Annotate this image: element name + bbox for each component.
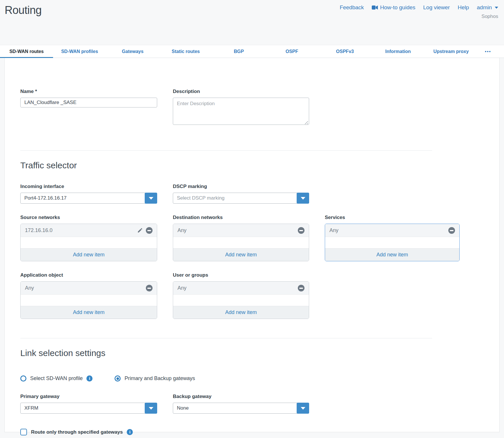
list-item: Any (173, 282, 309, 295)
empty-list-area (173, 237, 309, 248)
destination-networks-box: Any Add new item (173, 224, 309, 261)
chevron-down-icon (149, 407, 153, 410)
incoming-interface-select[interactable]: Port4-172.16.16.17 (20, 193, 157, 204)
description-label: Description (173, 89, 309, 94)
tab-sd-wan-profiles[interactable]: SD-WAN profiles (53, 45, 106, 58)
radio-select-sd-wan-profile[interactable]: Select SD-WAN profile i (20, 375, 93, 382)
tab-information[interactable]: Information (371, 45, 425, 58)
dscp-marking-group: DSCP marking Select DSCP marking (173, 184, 309, 204)
application-object-box: Any Add new item (20, 281, 157, 319)
page-header: Routing Feedback How-to guides Log viewe… (0, 0, 504, 45)
tab-ospfv3[interactable]: OSPFv3 (318, 45, 371, 58)
item-label: Any (25, 285, 146, 291)
services-label: Services (325, 215, 460, 220)
tab-more[interactable]: ••• (478, 45, 498, 58)
incoming-interface-label: Incoming interface (20, 184, 157, 189)
remove-item-icon[interactable] (448, 227, 455, 234)
dscp-marking-select[interactable]: Select DSCP marking (173, 193, 309, 204)
description-field-group: Description (173, 89, 309, 126)
dscp-marking-placeholder: Select DSCP marking (173, 193, 298, 204)
header-links: Feedback How-to guides Log viewer Help a… (340, 4, 498, 11)
remove-item-icon[interactable] (298, 227, 304, 234)
tab-sd-wan-routes[interactable]: SD-WAN routes (0, 45, 53, 58)
dropdown-button[interactable] (145, 403, 157, 414)
source-networks-group: Source networks 172.16.16.0 Add new item (20, 215, 157, 261)
add-new-item-button[interactable]: Add new item (325, 248, 459, 261)
log-viewer-link[interactable]: Log viewer (423, 4, 450, 11)
source-networks-box: 172.16.16.0 Add new item (20, 224, 157, 261)
services-group: Services Any Add new item (325, 215, 460, 261)
services-box: Any Add new item (325, 224, 460, 261)
empty-list-area (173, 295, 309, 306)
required-mark: * (35, 89, 37, 94)
remove-item-icon[interactable] (146, 285, 153, 291)
source-networks-label: Source networks (20, 215, 157, 220)
add-new-item-button[interactable]: Add new item (173, 306, 309, 319)
dropdown-button[interactable] (297, 193, 309, 204)
traffic-selector-heading: Traffic selector (20, 160, 499, 170)
more-dots-icon: ••• (485, 49, 491, 54)
chevron-down-icon (301, 407, 305, 410)
empty-list-area (21, 237, 157, 248)
edit-pencil-icon[interactable] (137, 227, 143, 233)
feedback-link[interactable]: Feedback (340, 4, 364, 11)
brand-label: Sophos (481, 14, 498, 19)
user-or-groups-group: User or groups Any Add new item (173, 272, 309, 319)
add-new-item-button[interactable]: Add new item (21, 248, 157, 261)
dscp-marking-label: DSCP marking (173, 184, 309, 189)
primary-gateway-select[interactable]: XFRM (20, 403, 157, 414)
empty-list-area (21, 295, 157, 306)
chevron-down-icon (495, 7, 498, 9)
radio-label: Select SD-WAN profile (30, 375, 83, 382)
route-only-checkbox-row: Route only through specified gateways i (20, 429, 499, 435)
description-textarea[interactable] (173, 98, 309, 125)
destination-networks-group: Destination networks Any Add new item (173, 215, 309, 261)
primary-gateway-label: Primary gateway (20, 394, 157, 399)
list-item: 172.16.16.0 (21, 224, 157, 237)
destination-networks-label: Destination networks (173, 215, 309, 220)
help-link[interactable]: Help (458, 4, 469, 11)
primary-gateway-value: XFRM (20, 403, 146, 414)
list-item: Any (21, 282, 157, 295)
section-divider (20, 338, 432, 338)
item-label: 172.16.16.0 (25, 227, 137, 233)
application-object-label: Application object (20, 272, 157, 278)
radio-icon (20, 375, 26, 382)
backup-gateway-value: None (173, 403, 298, 414)
remove-item-icon[interactable] (146, 227, 153, 234)
add-new-item-button[interactable]: Add new item (173, 248, 309, 261)
tab-ospf[interactable]: OSPF (265, 45, 318, 58)
link-selection-radios: Select SD-WAN profile i Primary and Back… (20, 375, 499, 382)
incoming-interface-value: Port4-172.16.16.17 (20, 193, 146, 204)
remove-item-icon[interactable] (298, 285, 304, 291)
item-label: Any (177, 285, 298, 291)
info-icon[interactable]: i (127, 429, 133, 435)
empty-list-area (325, 237, 459, 248)
info-icon[interactable]: i (86, 375, 93, 382)
route-only-checkbox[interactable] (20, 429, 27, 435)
chevron-down-icon (301, 197, 305, 200)
item-label: Any (329, 227, 448, 233)
name-label: Name * (20, 89, 157, 94)
list-item: Any (325, 224, 459, 237)
name-input[interactable] (20, 98, 157, 107)
tab-bar: SD-WAN routes SD-WAN profiles Gateways S… (0, 45, 504, 58)
howto-guides-link[interactable]: How-to guides (372, 4, 415, 11)
add-new-item-button[interactable]: Add new item (21, 306, 157, 319)
tab-gateways[interactable]: Gateways (106, 45, 159, 58)
user-or-groups-label: User or groups (173, 272, 309, 278)
video-icon (372, 6, 378, 10)
name-field-group: Name * (20, 89, 157, 107)
item-label: Any (177, 227, 298, 233)
dropdown-button[interactable] (145, 193, 157, 204)
dropdown-button[interactable] (297, 403, 309, 414)
admin-menu[interactable]: admin (477, 4, 498, 11)
backup-gateway-select[interactable]: None (173, 403, 309, 414)
tab-bgp[interactable]: BGP (212, 45, 265, 58)
tab-upstream-proxy[interactable]: Upstream proxy (425, 45, 478, 58)
radio-primary-backup-gateways[interactable]: Primary and Backup gateways (115, 375, 195, 382)
route-only-label: Route only through specified gateways (31, 429, 123, 435)
radio-selected-icon (115, 375, 121, 382)
incoming-interface-group: Incoming interface Port4-172.16.16.17 (20, 184, 157, 204)
tab-static-routes[interactable]: Static routes (159, 45, 212, 58)
